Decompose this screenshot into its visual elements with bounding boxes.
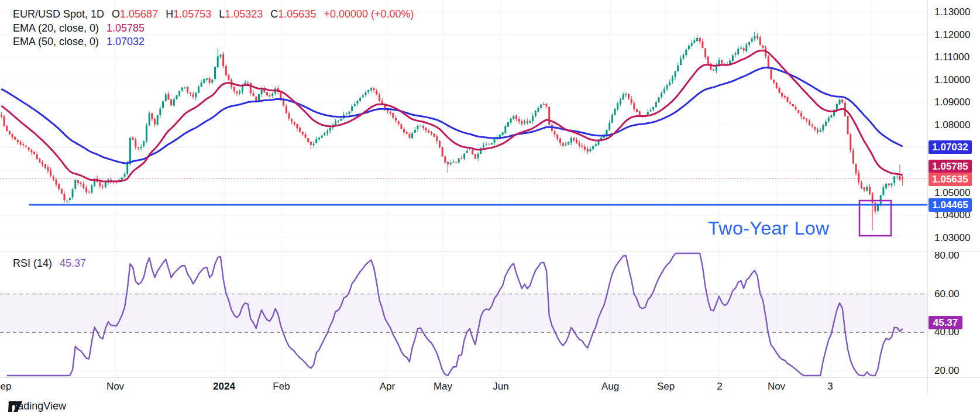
ema50-badge: 1.07032 [929, 140, 972, 154]
price-tick-label: 1.13000 [934, 7, 970, 18]
ema50-label: EMA (50, close, 0) [13, 36, 99, 48]
candles-layer [1, 32, 903, 230]
rsi-tick-label: 60.00 [934, 289, 960, 299]
ema20-value: 1.05785 [106, 22, 145, 35]
symbol-legend-row[interactable]: EUR/USD Spot, 1D O1.05687 H1.05753 L1.05… [13, 8, 414, 20]
last-price-badge: 1.05635 [929, 173, 972, 186]
time-label: 2 [693, 381, 746, 393]
symbol-title: EUR/USD Spot, 1D [13, 8, 104, 20]
rsi-value: 45.37 [60, 257, 86, 270]
price-tick-label: 1.12000 [934, 30, 970, 40]
price-tick-label: 1.05000 [934, 188, 970, 198]
time-label: 3 [804, 381, 857, 393]
tradingview-logo[interactable]: TradingView [8, 400, 66, 412]
rsi-band [0, 294, 927, 333]
tradingview-chart-screenshot: { "header": { "symbol": "EUR/USD Spot, 1… [0, 0, 980, 420]
time-label: May [417, 381, 469, 393]
pane-separator[interactable] [0, 252, 980, 252]
ema50-legend-row[interactable]: EMA (50, close, 0) 1.07032 [13, 36, 145, 48]
change-value: +0.00000 (+0.00%) [324, 8, 414, 20]
time-label: Jun [474, 381, 527, 393]
tradingview-logo-icon [8, 400, 23, 413]
time-label: Feb [255, 381, 308, 393]
time-label: Nov [750, 381, 803, 393]
time-axis[interactable]: epNov2024FebAprMayJunAugSep2Nov3 [0, 377, 980, 395]
price-tick-label: 1.09000 [934, 97, 970, 108]
bottom-bar: TradingView [0, 394, 980, 420]
time-label: Aug [584, 381, 637, 393]
rsi-pane-canvas[interactable] [0, 252, 927, 377]
time-label: ep [0, 381, 32, 393]
ema20-legend-row[interactable]: EMA (20, close, 0) 1.05785 [13, 22, 145, 35]
support-badge: 1.04465 [929, 198, 972, 212]
close-value: C1.05635 [270, 8, 316, 20]
axis-separator [927, 0, 928, 394]
rsi-tick-label: 20.00 [934, 366, 960, 376]
rsi-legend-row[interactable]: RSI (14) 45.37 [13, 257, 86, 270]
low-value: L1.05323 [219, 8, 263, 20]
time-label: Apr [361, 381, 414, 393]
ema20-line[interactable] [1, 50, 902, 181]
rsi-label: RSI (14) [13, 257, 52, 270]
ema50-value: 1.07032 [106, 36, 145, 48]
price-tick-label: 1.08000 [934, 120, 970, 130]
ema20-badge: 1.05785 [929, 160, 972, 173]
ema50-line[interactable] [1, 67, 902, 163]
two-year-low-annotation[interactable]: Two-Year Low [708, 218, 830, 239]
open-value: O1.05687 [112, 8, 158, 20]
rsi-badge: 45.37 [929, 316, 962, 329]
time-label: Sep [639, 381, 692, 393]
price-tick-label: 1.11000 [934, 52, 969, 63]
price-tick-label: 1.10000 [934, 75, 970, 85]
high-value: H1.05753 [166, 8, 211, 20]
price-scale-axis[interactable]: 1.130001.120001.110001.100001.090001.080… [927, 0, 980, 394]
ema20-label: EMA (20, close, 0) [13, 22, 99, 35]
time-label: 2024 [198, 381, 250, 393]
time-label: Nov [89, 381, 142, 393]
price-tick-label: 1.03000 [934, 233, 970, 243]
